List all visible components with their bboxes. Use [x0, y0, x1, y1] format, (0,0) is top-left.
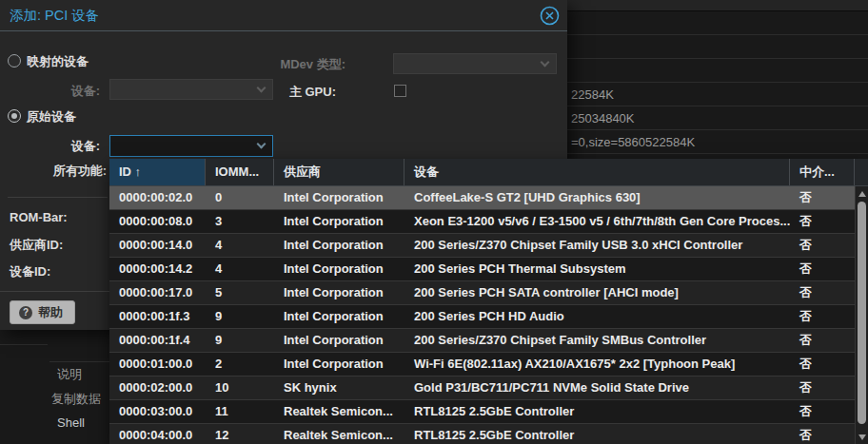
raw-device-field-label: 设备:: [19, 138, 100, 155]
column-header-2[interactable]: 供应商: [274, 159, 404, 185]
mapped-device-radio-label: 映射的设备: [27, 53, 89, 70]
grid-scrollbar[interactable]: [855, 186, 868, 444]
screen: 22584K 25034840K =0,size=5860522584K 说明 …: [0, 0, 868, 444]
device-id-label: 设备ID:: [10, 263, 50, 280]
mapped-device-field-label: 设备:: [19, 83, 100, 100]
table-cell: 否: [790, 376, 855, 399]
grid-header: ID ↑IOMM...供应商设备中介...: [109, 159, 868, 186]
table-cell: 0000:00:14.2: [109, 258, 206, 280]
table-cell: 9: [206, 305, 274, 328]
table-row[interactable]: 0000:02:00.010SK hynixGold P31/BC711/PC7…: [109, 376, 868, 400]
raw-device-radio-label: 原始设备: [27, 108, 76, 125]
grid-body: 0000:00:02.00Intel CorporationCoffeeLake…: [109, 186, 868, 444]
table-cell: 0000:00:14.0: [109, 234, 206, 257]
table-row[interactable]: 0000:00:02.00Intel CorporationCoffeeLake…: [109, 186, 868, 210]
sidebar-item-replication[interactable]: 复制数据: [51, 391, 109, 408]
table-cell: 200 Series/Z370 Chipset Family USB 3.0 x…: [404, 234, 790, 257]
table-cell: SK hynix: [274, 376, 404, 399]
background-topbar: [567, 0, 868, 11]
column-header-3[interactable]: 设备: [404, 159, 790, 185]
table-cell: 0000:00:08.0: [109, 210, 206, 233]
background-value: =0,size=5860522584K: [571, 131, 866, 153]
background-panel-left: 说明 复制数据 Shell: [0, 330, 109, 444]
table-cell: 0000:00:17.0: [109, 281, 206, 304]
table-cell: Intel Corporation: [274, 305, 404, 328]
sidebar-item-shell[interactable]: Shell: [57, 415, 85, 430]
table-cell: 0000:00:02.0: [109, 186, 206, 209]
table-cell: 0000:00:1f.3: [109, 305, 206, 328]
table-cell: 12: [206, 424, 274, 444]
table-cell: CoffeeLake-S GT2 [UHD Graphics 630]: [404, 186, 790, 209]
table-row[interactable]: 0000:01:00.02Intel CorporationWi-Fi 6E(8…: [109, 353, 868, 376]
menu-divider: [49, 361, 109, 362]
row-divider: [567, 129, 868, 130]
table-row[interactable]: 0000:00:1f.39Intel Corporation200 Series…: [109, 305, 868, 329]
column-header-4[interactable]: 中介...: [790, 159, 855, 185]
table-cell: 200 Series PCH SATA controller [AHCI mod…: [404, 281, 790, 304]
row-divider: [567, 153, 868, 154]
table-cell: 否: [790, 400, 855, 423]
table-cell: 200 Series PCH Thermal Subsystem: [404, 258, 790, 280]
mdev-type-label: MDev 类型:: [241, 56, 345, 73]
primary-gpu-checkbox[interactable]: [394, 85, 406, 97]
table-cell: 否: [790, 234, 855, 257]
column-header-0[interactable]: ID ↑: [109, 159, 206, 185]
table-cell: 200 Series/Z370 Chipset Family SMBus Con…: [404, 329, 790, 352]
table-cell: 4: [206, 258, 274, 280]
table-cell: Intel Corporation: [274, 258, 404, 280]
table-cell: 0: [206, 186, 274, 209]
table-row[interactable]: 0000:00:14.04Intel Corporation200 Series…: [109, 234, 868, 258]
table-row[interactable]: 0000:04:00.012Realtek Semicon...RTL8125 …: [109, 424, 868, 444]
table-cell: 0000:03:00.0: [109, 400, 206, 423]
table-cell: 9: [206, 329, 274, 352]
table-cell: 0000:02:00.0: [109, 376, 206, 399]
row-divider: [567, 106, 868, 106]
table-cell: 2: [206, 353, 274, 376]
background-value: 22584K: [571, 84, 866, 106]
column-header-1[interactable]: IOMM...: [206, 159, 274, 185]
help-button[interactable]: ? 帮助: [10, 300, 75, 324]
table-row[interactable]: 0000:00:1f.49Intel Corporation200 Series…: [109, 329, 868, 353]
vendor-id-label: 供应商ID:: [10, 237, 63, 254]
table-cell: 否: [790, 210, 855, 233]
close-icon[interactable]: [540, 6, 560, 26]
sidebar-item-notes[interactable]: 说明: [57, 366, 82, 383]
scrollbar-thumb[interactable]: [858, 202, 866, 424]
table-row[interactable]: 0000:00:17.05Intel Corporation200 Series…: [109, 281, 868, 305]
row-divider: [567, 58, 868, 59]
table-cell: Realtek Semicon...: [274, 424, 404, 444]
table-cell: 11: [206, 400, 274, 423]
table-cell: Wi-Fi 6E(802.11ax) AX210/AX1675* 2x2 [Ty…: [404, 353, 790, 376]
table-cell: 10: [206, 376, 274, 399]
table-row[interactable]: 0000:03:00.011Realtek Semicon...RTL8125 …: [109, 400, 868, 424]
table-row[interactable]: 0000:00:14.24Intel Corporation200 Series…: [109, 258, 868, 281]
rom-bar-label: ROM-Bar:: [10, 210, 68, 224]
title-divider: [0, 30, 567, 31]
table-cell: RTL8125 2.5GbE Controller: [404, 424, 790, 444]
table-cell: Intel Corporation: [274, 210, 404, 233]
table-cell: Xeon E3-1200 v5/v6 / E3-1500 v5 / 6th/7t…: [404, 210, 790, 233]
table-cell: Intel Corporation: [274, 353, 404, 376]
table-cell: Intel Corporation: [274, 281, 404, 304]
table-cell: 5: [206, 281, 274, 304]
help-button-label: 帮助: [38, 304, 63, 321]
table-cell: 否: [790, 305, 855, 328]
scrollbar-up-arrow-icon[interactable]: [858, 191, 866, 197]
section-divider: [8, 197, 108, 198]
table-cell: RTL8125 2.5GbE Controller: [404, 400, 790, 423]
table-cell: 3: [206, 210, 274, 233]
table-row[interactable]: 0000:00:08.03Intel CorporationXeon E3-12…: [109, 210, 868, 234]
row-divider: [567, 34, 868, 35]
raw-device-radio[interactable]: [8, 109, 21, 123]
scrollbar-down-arrow-icon[interactable]: [858, 434, 866, 440]
table-cell: 否: [790, 258, 855, 280]
raw-device-combobox[interactable]: [109, 135, 273, 157]
table-cell: 4: [206, 234, 274, 257]
question-icon: ?: [19, 306, 32, 319]
mapped-device-radio[interactable]: [8, 54, 21, 68]
all-functions-label: 所有功能:: [11, 163, 107, 180]
table-cell: Intel Corporation: [274, 329, 404, 352]
pci-device-dropdown-grid: ID ↑IOMM...供应商设备中介... 0000:00:02.00Intel…: [109, 159, 868, 444]
table-cell: Realtek Semicon...: [274, 400, 404, 423]
table-cell: 0000:01:00.0: [109, 353, 206, 376]
